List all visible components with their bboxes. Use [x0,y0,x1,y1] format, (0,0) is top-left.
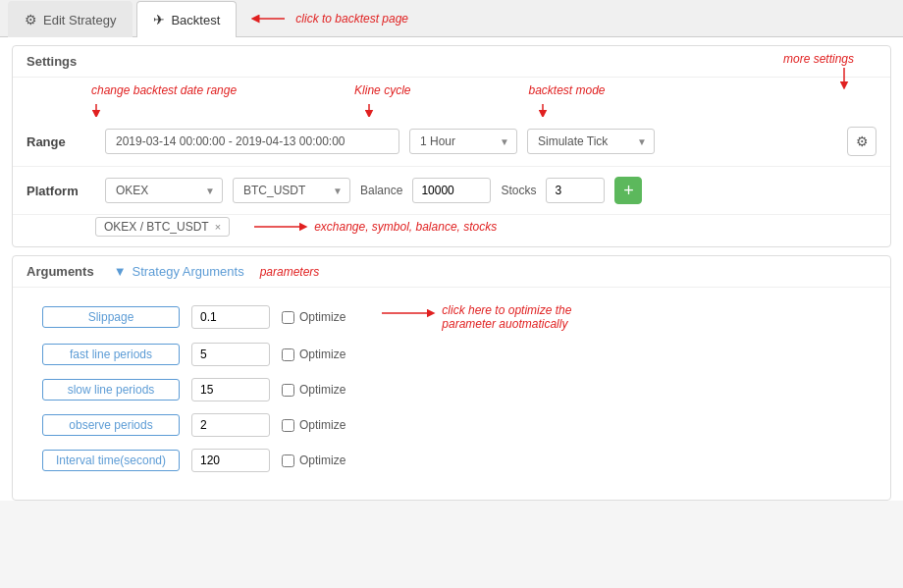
optimize-label-slippage: Optimize [299,310,345,324]
balance-label: Balance [360,184,402,197]
parameters-annotation: parameters [260,265,320,279]
strategy-args-toggle[interactable]: ▼ Strategy Arguments [114,264,244,279]
backtest-mode-select[interactable]: Simulate Tick Real Tick OHLC [527,129,655,154]
args-content: Slippage Optimize [13,288,890,500]
optimize-label-observe: Optimize [299,418,345,432]
kline-cycle-annotation-group: Kline cycle [354,83,410,117]
backtest-page-annotation: click to backtest page [295,12,408,26]
exchange-tag-text: OKEX / BTC_USDT [104,220,209,234]
date-range-annotation-group: change backtest date range [91,83,237,117]
tab-backtest[interactable]: ✈ Backtest [136,1,237,37]
arg-value-slippage[interactable] [191,305,270,329]
optimize-wrap-observe: Optimize [282,418,345,432]
backtest-mode-annotation: backtest mode [528,83,605,97]
exchange-tag: OKEX / BTC_USDT × [95,217,230,237]
arguments-header: Arguments [27,264,94,279]
optimize-arrow-icon [377,303,436,323]
arg-row-fast-line: fast line periods Optimize [42,343,861,366]
backtest-icon: ✈ [153,12,165,27]
exchange-annotation-arrow-icon [249,217,308,237]
optimize-label-interval: Optimize [299,454,345,467]
symbol-select-wrap: BTC_USDT ETH_USDT LTC_USDT ▼ [233,178,350,203]
range-section: change backtest date range Kline cycle [13,78,890,167]
arg-value-observe[interactable] [191,413,270,437]
date-range-annotation: change backtest date range [91,83,237,97]
tab-edit-strategy[interactable]: ⚙ Edit Strategy [8,1,133,37]
backtest-annotation: click to backtest page [250,0,408,36]
optimize-wrap-fast-line: Optimize [282,347,345,361]
stocks-label: Stocks [501,184,536,197]
arg-label-observe[interactable]: observe periods [42,414,180,436]
optimize-label-slow-line: Optimize [299,383,345,397]
content-area: more settings Settings change backtest d… [0,45,903,501]
edit-strategy-icon: ⚙ [25,12,37,27]
optimize-annotation-group: click here to optimize the parameter auo… [377,303,571,331]
arg-row-observe: observe periods Optimize [42,413,861,437]
arg-label-interval[interactable]: Interval time(second) [42,450,180,471]
arguments-section: Arguments ▼ Strategy Arguments parameter… [12,255,891,501]
arg-label-slow-line[interactable]: slow line periods [42,379,180,401]
kline-cycle-select[interactable]: 1 Hour 1 Minute 5 Minutes 15 Minutes 30 … [409,129,517,154]
arg-row-slippage: Slippage Optimize [42,303,861,331]
platform-section: Platform OKEX Binance Huobi Bitfinex ▼ B… [13,167,890,246]
more-settings-button[interactable]: ⚙ [847,127,876,156]
settings-panel: Settings change backtest date range [12,45,891,247]
range-annotations: change backtest date range Kline cycle [13,78,890,117]
stocks-input[interactable] [546,178,605,203]
kline-cycle-arrow-icon [354,99,403,117]
optimize-checkbox-slow-line[interactable] [282,384,294,397]
toggle-chevron-icon: ▼ [114,264,127,279]
optimize-checkbox-slippage[interactable] [282,311,294,324]
arg-row-interval: Interval time(second) Optimize [42,449,861,472]
arg-value-slow-line[interactable] [191,378,270,401]
optimize-checkbox-observe[interactable] [282,419,294,432]
symbol-select[interactable]: BTC_USDT ETH_USDT LTC_USDT [233,178,350,203]
exchange-tag-close[interactable]: × [215,221,221,233]
exchange-tag-row: OKEX / BTC_USDT × exchange, symbol, bala… [13,215,890,246]
settings-header: Settings [13,46,890,78]
arg-value-interval[interactable] [191,449,270,472]
tab-bar: ⚙ Edit Strategy ✈ Backtest click to back… [0,0,903,37]
optimize-hint-text: click here to optimize the parameter auo… [442,303,571,331]
platform-select-wrap: OKEX Binance Huobi Bitfinex ▼ [105,178,223,203]
kline-cycle-select-wrap: 1 Hour 1 Minute 5 Minutes 15 Minutes 30 … [409,129,517,154]
arguments-header-row: Arguments ▼ Strategy Arguments parameter… [13,256,890,288]
arg-label-fast-line[interactable]: fast line periods [42,344,180,365]
platform-select[interactable]: OKEX Binance Huobi Bitfinex [105,178,223,203]
optimize-checkbox-interval[interactable] [282,454,294,467]
optimize-wrap-slippage: Optimize [282,310,345,324]
exchange-annotation-group: exchange, symbol, balance, stocks [249,217,497,237]
date-range-arrow-icon [91,99,140,117]
optimize-wrap-slow-line: Optimize [282,383,345,397]
arg-row-slow-line: slow line periods Optimize [42,378,861,401]
strategy-args-label: Strategy Arguments [133,264,244,279]
optimize-label-fast-line: Optimize [299,347,345,361]
backtest-mode-arrow-icon [528,99,577,117]
range-input[interactable] [105,129,399,154]
tab-backtest-label: Backtest [171,13,220,27]
exchange-symbol-annotation: exchange, symbol, balance, stocks [314,220,497,234]
kline-cycle-annotation: Kline cycle [354,83,410,97]
platform-row: Platform OKEX Binance Huobi Bitfinex ▼ B… [13,167,890,215]
tab-edit-strategy-label: Edit Strategy [43,13,116,27]
platform-label: Platform [27,184,95,198]
optimize-checkbox-fast-line[interactable] [282,348,294,361]
backtest-mode-annotation-group: backtest mode [528,83,605,117]
arg-label-slippage[interactable]: Slippage [42,306,180,328]
range-row: Range 1 Hour 1 Minute 5 Minutes 15 Minut… [13,117,890,167]
arrow-icon [250,9,290,28]
add-exchange-button[interactable]: + [614,177,642,204]
balance-input[interactable] [412,178,491,203]
optimize-wrap-interval: Optimize [282,454,345,467]
page-wrapper: ⚙ Edit Strategy ✈ Backtest click to back… [0,0,903,501]
backtest-mode-select-wrap: Simulate Tick Real Tick OHLC ▼ [527,129,655,154]
arg-value-fast-line[interactable] [191,343,270,366]
range-label: Range [27,134,95,149]
